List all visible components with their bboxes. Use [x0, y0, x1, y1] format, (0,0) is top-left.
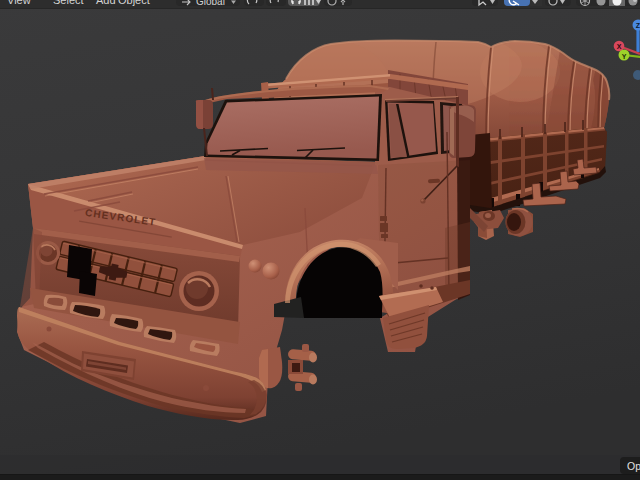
svg-text:View: View — [7, 0, 31, 6]
svg-text:Y: Y — [622, 53, 627, 60]
svg-text:Z: Z — [636, 22, 640, 29]
svg-text:Object: Object — [118, 0, 150, 6]
svg-text:Global: Global — [196, 0, 225, 7]
svg-text:Opt: Opt — [627, 460, 640, 472]
svg-text:Add: Add — [96, 0, 116, 6]
svg-text:Select: Select — [53, 0, 84, 6]
svg-text:X: X — [617, 43, 622, 50]
